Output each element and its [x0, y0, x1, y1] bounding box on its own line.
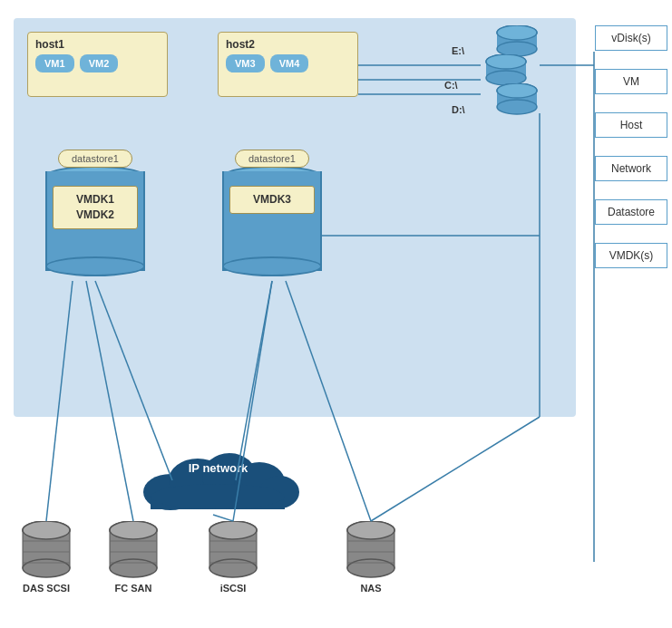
- svg-point-3: [497, 25, 537, 40]
- drive-e-label: E:\: [452, 45, 464, 56]
- diagram: host1 VM1 VM2 host2 VM3 VM4 datastore1 V…: [0, 0, 672, 628]
- vm1-box: VM1: [35, 54, 74, 72]
- right-host: Host: [595, 112, 667, 138]
- svg-point-10: [497, 100, 537, 114]
- right-panel: vDisk(s) VM Host Network Datastore VMDK(…: [595, 25, 667, 268]
- host1-vm-row: VM1 VM2: [35, 54, 160, 72]
- svg-point-43: [347, 521, 394, 539]
- drive-d-label: D:\: [452, 104, 465, 115]
- host2-label: host2: [226, 38, 350, 51]
- das-cylinder-icon: [20, 521, 73, 579]
- svg-point-22: [23, 521, 70, 539]
- fc-cylinder-icon: [107, 521, 160, 579]
- cloud-svg: [134, 442, 302, 517]
- iscsi-label: iSCSI: [220, 583, 247, 594]
- vm2-box: VM2: [80, 54, 119, 72]
- svg-point-7: [486, 54, 526, 69]
- das-scsi-item: DAS SCSI: [20, 521, 73, 594]
- vm3-box: VM3: [226, 54, 265, 72]
- disk-d: [494, 83, 540, 119]
- ds1-cylinder-bottom: [45, 256, 145, 276]
- host2-box: host2 VM3 VM4: [218, 32, 358, 97]
- datastore1-container: datastore1 VMDK1 VMDK2: [45, 150, 145, 276]
- cloud-label: IP network: [134, 461, 302, 475]
- svg-point-11: [497, 83, 537, 98]
- das-label: DAS SCSI: [23, 583, 70, 594]
- datastore2-container: datastore1 VMDK3: [222, 150, 322, 276]
- ds2-label: datastore1: [235, 150, 309, 168]
- svg-point-29: [110, 521, 157, 539]
- right-network: Network: [595, 156, 667, 181]
- host1-box: host1 VM1 VM2: [27, 32, 168, 97]
- nas-cylinder-icon: [345, 521, 397, 579]
- ds2-vmdk-box: VMDK3: [229, 186, 315, 214]
- vm4-box: VM4: [270, 54, 309, 72]
- ds1-label: datastore1: [58, 150, 132, 168]
- fc-san-item: FC SAN: [107, 521, 160, 594]
- drive-c-label: C:\: [444, 80, 458, 91]
- right-vdisk: vDisk(s): [595, 25, 667, 51]
- host2-vm-row: VM3 VM4: [226, 54, 350, 72]
- svg-line-59: [371, 417, 540, 521]
- nas-label: NAS: [360, 583, 381, 594]
- ds1-cylinder: VMDK1 VMDK2: [45, 159, 145, 276]
- right-datastore: Datastore: [595, 199, 667, 225]
- iscsi-item: iSCSI: [207, 521, 259, 594]
- right-vm: VM: [595, 69, 667, 94]
- svg-point-28: [110, 559, 157, 577]
- svg-point-21: [23, 559, 70, 577]
- svg-point-42: [347, 559, 394, 577]
- right-vmdk: VMDK(s): [595, 243, 667, 268]
- svg-point-18: [151, 484, 285, 509]
- iscsi-cylinder-icon: [207, 521, 259, 579]
- host1-label: host1: [35, 38, 160, 51]
- ds2-cylinder-bottom: [222, 256, 322, 276]
- cloud-container: IP network: [134, 442, 302, 517]
- svg-point-35: [209, 559, 257, 577]
- ds2-cylinder: VMDK3: [222, 159, 322, 276]
- svg-point-36: [209, 521, 257, 539]
- fc-label: FC SAN: [115, 583, 152, 594]
- ds1-vmdk-box: VMDK1 VMDK2: [53, 186, 138, 229]
- nas-item: NAS: [345, 521, 397, 594]
